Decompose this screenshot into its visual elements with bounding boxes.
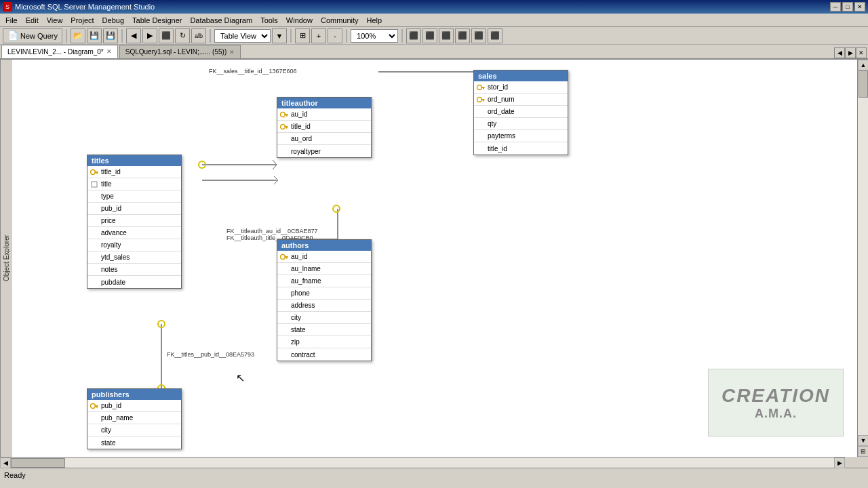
- cursor-indicator: ↖: [236, 371, 245, 384]
- open-btn[interactable]: 📂: [71, 28, 85, 43]
- hscroll-thumb[interactable]: [11, 458, 65, 468]
- sales-row-title_id[interactable]: title_id: [474, 142, 568, 155]
- key-icon: [90, 402, 98, 410]
- sales-row-payterms[interactable]: payterms: [474, 130, 568, 142]
- titles-row-price[interactable]: price: [87, 215, 181, 227]
- titleauthor-row-royaltyper[interactable]: royaltyper: [277, 145, 371, 157]
- sales-row-ord_date[interactable]: ord_date: [474, 106, 568, 118]
- authors-row-contract[interactable]: contract: [277, 348, 371, 361]
- authors-row-state[interactable]: state: [277, 324, 371, 336]
- tab-query[interactable]: SQLQuery1.sql - LEVIN;...... (55)) ✕: [119, 45, 241, 58]
- fk-label-au-id: FK__titleauth_au_id__0CBAE877: [226, 228, 318, 235]
- hscroll-right-btn[interactable]: ▶: [834, 458, 845, 468]
- titles-row-title_id[interactable]: title_id: [87, 166, 181, 178]
- menu-item-edit[interactable]: Edit: [22, 15, 43, 26]
- titleauthor-row-title_id[interactable]: title_id: [277, 121, 371, 133]
- publishers-row-state[interactable]: state: [87, 436, 181, 449]
- close-btn[interactable]: ✕: [854, 2, 865, 12]
- menu-item-community[interactable]: Community: [317, 15, 363, 26]
- scroll-track[interactable]: [858, 70, 868, 435]
- object-explorer-panel[interactable]: Object Explorer: [0, 60, 12, 457]
- table-view-dropdown[interactable]: Table View: [214, 29, 271, 43]
- scroll-up-btn[interactable]: ▲: [858, 60, 868, 70]
- tab-diagram[interactable]: LEVIN\LEVIN_2... - Diagram_0* ✕: [1, 45, 118, 58]
- scroll-corner[interactable]: ⊞: [858, 446, 868, 457]
- menu-item-project[interactable]: Project: [66, 15, 98, 26]
- publishers-row-pub_id[interactable]: pub_id: [87, 400, 181, 412]
- tab-scroll-arrows: ◀ ▶ ✕: [834, 47, 867, 58]
- hscroll-track[interactable]: [11, 458, 834, 468]
- menu-item-tools[interactable]: Tools: [256, 15, 282, 26]
- tab-diagram-label: LEVIN\LEVIN_2... - Diagram_0*: [7, 48, 104, 56]
- menu-item-file[interactable]: File: [1, 15, 22, 26]
- menu-item-debug[interactable]: Debug: [98, 15, 128, 26]
- grid-btn1[interactable]: ⬛: [406, 28, 421, 43]
- save-all-btn[interactable]: 💾: [103, 28, 118, 43]
- new-query-button[interactable]: 📄 New Query: [3, 28, 62, 43]
- menu-item-database-diagram[interactable]: Database Diagram: [186, 15, 256, 26]
- table-titleauthor: titleauthor au_id: [277, 97, 372, 158]
- authors-row-address[interactable]: address: [277, 300, 371, 312]
- zoom-in-btn[interactable]: +: [311, 28, 326, 43]
- sales-row-qty[interactable]: qty: [474, 118, 568, 130]
- dropdown-arrow[interactable]: ▼: [272, 28, 287, 43]
- vertical-scrollbar[interactable]: ▲ ▼ ⊞: [857, 60, 868, 457]
- authors-row-phone[interactable]: phone: [277, 287, 371, 300]
- tab-query-close[interactable]: ✕: [229, 49, 235, 56]
- publishers-row-pub_name[interactable]: pub_name: [87, 412, 181, 424]
- sales-row-ord_num[interactable]: ord_num: [474, 94, 568, 106]
- new-query-icon: 📄: [7, 30, 18, 41]
- tab-close-all-btn[interactable]: ✕: [856, 47, 867, 58]
- authors-row-au_lname[interactable]: au_lname: [277, 263, 371, 275]
- titles-row-ytd_sales[interactable]: ytd_sales: [87, 251, 181, 264]
- zoom-dropdown[interactable]: 100%: [351, 29, 398, 43]
- grid-btn5[interactable]: ⬛: [471, 28, 486, 43]
- publishers-row-city[interactable]: city: [87, 424, 181, 436]
- save-btn[interactable]: 💾: [87, 28, 102, 43]
- grid-btn4[interactable]: ⬛: [455, 28, 470, 43]
- tab-diagram-close[interactable]: ✕: [106, 48, 112, 55]
- scroll-thumb[interactable]: [859, 70, 868, 98]
- authors-row-city[interactable]: city: [277, 312, 371, 324]
- titles-row-pubdate[interactable]: pubdate: [87, 276, 181, 288]
- diagram-canvas[interactable]: FK__sales__title_id__1367E606 FK__titlea…: [12, 60, 857, 457]
- forward-btn[interactable]: ▶: [142, 28, 157, 43]
- authors-row-au_fname[interactable]: au_fname: [277, 275, 371, 287]
- horizontal-scrollbar[interactable]: ◀ ▶: [0, 457, 845, 468]
- minimize-btn[interactable]: ─: [830, 2, 841, 12]
- summary-btn[interactable]: alb: [191, 28, 206, 43]
- hscroll-left-btn[interactable]: ◀: [0, 458, 11, 468]
- svg-line-3: [273, 160, 277, 165]
- grid-btn3[interactable]: ⬛: [439, 28, 454, 43]
- titles-row-type[interactable]: type: [87, 190, 181, 203]
- grid-btn2[interactable]: ⬛: [422, 28, 437, 43]
- titleauthor-row-au_id[interactable]: au_id: [277, 108, 371, 121]
- sales-row-stor_id[interactable]: stor_id: [474, 81, 568, 94]
- arrange-btn[interactable]: ⊞: [295, 28, 310, 43]
- svg-rect-34: [483, 100, 484, 102]
- titleauthor-row-au_ord[interactable]: au_ord: [277, 133, 371, 145]
- menu-item-help[interactable]: Help: [363, 15, 387, 26]
- stop-btn[interactable]: ⬛: [159, 28, 174, 43]
- tab-next-btn[interactable]: ▶: [845, 47, 856, 58]
- menu-item-window[interactable]: Window: [282, 15, 317, 26]
- zoom-out-btn[interactable]: -: [328, 28, 342, 43]
- authors-row-au_id[interactable]: au_id: [277, 251, 371, 263]
- menu-item-table-designer[interactable]: Table Designer: [128, 15, 186, 26]
- scroll-down-btn[interactable]: ▼: [858, 435, 868, 446]
- grid-btn6[interactable]: ⬛: [488, 28, 502, 43]
- back-btn[interactable]: ◀: [126, 28, 141, 43]
- col-icon: [90, 205, 98, 213]
- authors-row-zip[interactable]: zip: [277, 336, 371, 348]
- tab-prev-btn[interactable]: ◀: [834, 47, 845, 58]
- refresh-btn[interactable]: ↻: [175, 28, 190, 43]
- titles-row-advance[interactable]: advance: [87, 227, 181, 239]
- status-text: Ready: [4, 471, 26, 479]
- titles-row-royalty[interactable]: royalty: [87, 239, 181, 251]
- titles-row-title[interactable]: title: [87, 178, 181, 190]
- titles-row-pub_id[interactable]: pub_id: [87, 203, 181, 215]
- menu-item-view[interactable]: View: [43, 15, 67, 26]
- svg-rect-36: [95, 405, 98, 407]
- titles-row-notes[interactable]: notes: [87, 264, 181, 276]
- maximize-btn[interactable]: □: [842, 2, 853, 12]
